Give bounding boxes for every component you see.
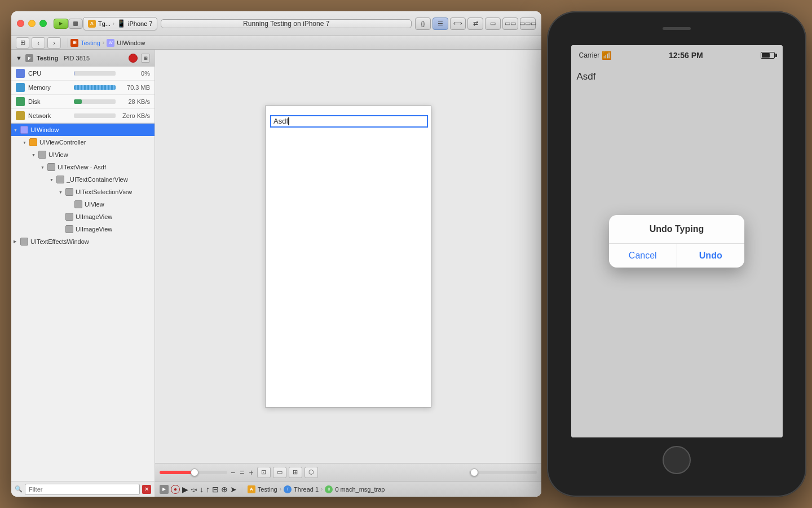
device-name: iPhone 7 xyxy=(128,20,152,27)
breadcrumb-view[interactable]: UIWindow xyxy=(117,40,145,46)
cpu-bar-fill xyxy=(74,71,74,76)
play-debug-btn[interactable]: ▶ xyxy=(182,485,188,494)
grid-tool-btn[interactable]: ⊞ xyxy=(289,467,302,478)
stop-button[interactable] xyxy=(68,19,83,29)
undo-dialog-title: Undo Typing xyxy=(609,215,744,239)
tree-item-uiwindow[interactable]: ▼ UIWindow xyxy=(11,124,155,136)
textselection-icon xyxy=(65,188,73,196)
scheme-name: Tg... xyxy=(98,20,111,27)
undo-dialog: Undo Typing Cancel Undo xyxy=(609,215,744,268)
tree-item-uitextselectionview[interactable]: ▼ UITextSelectionView xyxy=(11,186,155,198)
canvas-text-value: Asdf xyxy=(273,117,288,125)
breadcrumb-separator: › xyxy=(103,40,104,46)
select-tool-btn[interactable]: ⊡ xyxy=(257,467,271,478)
debug-view-btn[interactable]: ☰ xyxy=(433,17,448,30)
scheme-selector[interactable]: A Tg... › 📱 iPhone 7 xyxy=(83,17,157,30)
layout-3-btn[interactable]: ▭▭▭ xyxy=(520,17,536,30)
filter-clear-button[interactable]: ✕ xyxy=(142,485,151,494)
thread-btn[interactable]: ⊕ xyxy=(221,485,228,494)
filter-input[interactable] xyxy=(25,484,140,495)
cpu-value: 0% xyxy=(119,70,150,77)
iphone-screen: Carrier 📶 12:56 PM Asdf Undo Typing Canc… xyxy=(571,45,783,437)
process-icon: P xyxy=(25,54,33,62)
filter-bar: 🔍 ✕ xyxy=(11,481,155,497)
simulator-canvas: Asdf xyxy=(265,106,431,408)
run-button[interactable]: ▶ xyxy=(54,19,68,29)
nav-back-btn[interactable]: ‹ xyxy=(32,37,45,49)
uiview-1-label: UIView xyxy=(48,151,68,158)
close-button[interactable] xyxy=(17,20,24,27)
tree-item-uiview-1[interactable]: ▼ UIView xyxy=(11,148,155,161)
filter-icon: 🔍 xyxy=(15,485,23,493)
view-toggle-btn[interactable]: ⊞ xyxy=(16,37,29,49)
maximize-button[interactable] xyxy=(39,20,47,27)
zoom-minus[interactable]: − xyxy=(231,468,235,477)
uiwindow-label: UIWindow xyxy=(30,126,59,133)
zoom-thumb-left[interactable] xyxy=(191,468,198,476)
back-forward-btn[interactable]: ⇄ xyxy=(467,17,483,30)
tree-item-uitexteffectswindow[interactable]: ▶ UITextEffectsWindow xyxy=(11,235,155,248)
tree-item-uiviewcontroller[interactable]: ▼ UIViewController xyxy=(11,136,155,148)
cursor-line xyxy=(288,117,289,125)
thread-label: Thread 1 xyxy=(294,486,319,493)
status-bottom: ▶ ● ▶ ⤼ ↓ ↑ ⊟ ⊕ ➤ | A Testing › T Thread… xyxy=(155,481,541,497)
zoom-slider-left[interactable] xyxy=(160,471,227,474)
breadcrumb-project[interactable]: Testing xyxy=(81,40,100,46)
center-panel: Asdf − = + ⊡ ▭ ⊞ ⬡ xyxy=(155,50,541,497)
step-over-btn[interactable]: ⤼ xyxy=(191,485,197,494)
device-icon: 📱 xyxy=(117,19,126,28)
main-content: ▼ P Testing PID 3815 ⊞ CPU 0% xyxy=(11,50,541,497)
collapse-triangle[interactable]: ▼ xyxy=(16,55,22,62)
zoom-thumb-right[interactable] xyxy=(470,468,478,476)
textselectionview-label: UITextSelectionView xyxy=(76,189,132,195)
assistant-btn[interactable]: ⟺ xyxy=(450,17,466,30)
cpu-metric: CPU 0% xyxy=(11,67,155,81)
zoom-plus[interactable]: + xyxy=(249,468,253,477)
status-sep-2: › xyxy=(321,486,323,492)
layout-2-btn[interactable]: ▭▭ xyxy=(502,17,518,30)
stop-record-button[interactable] xyxy=(129,54,138,63)
memory-bar xyxy=(74,85,116,90)
iphone-simulator: Carrier 📶 12:56 PM Asdf Undo Typing Canc… xyxy=(547,11,806,497)
tree-item-uiimageview-2[interactable]: ▶ UIImageView xyxy=(11,223,155,235)
step-out-btn[interactable]: ↑ xyxy=(206,485,210,494)
debug-area-icon: ▶ xyxy=(160,485,169,494)
speaker-grille xyxy=(663,27,691,30)
tree-item-uitextview[interactable]: ▼ UITextView - Asdf xyxy=(11,161,155,173)
minimize-button[interactable] xyxy=(28,20,36,27)
title-bar: ▶ A Tg... › 📱 iPhone 7 Running Testing o… xyxy=(11,11,541,36)
nav-forward-btn[interactable]: › xyxy=(47,37,61,49)
tree-item-uiimageview-1[interactable]: ▶ UIImageView xyxy=(11,211,155,223)
undo-button[interactable]: Undo xyxy=(677,244,745,268)
expand-triangle-5: ▼ xyxy=(50,178,56,182)
app-status-icon: A xyxy=(248,485,255,493)
texteffectswindow-label: UITextEffectsWindow xyxy=(30,238,89,245)
cancel-button[interactable]: Cancel xyxy=(609,244,677,268)
disk-bar-fill xyxy=(74,99,82,104)
package-btn[interactable]: ⬡ xyxy=(304,467,318,478)
tree-item-uiview-6[interactable]: ▶ UIView xyxy=(11,198,155,211)
zoom-equals[interactable]: = xyxy=(240,468,244,477)
app-name-status: Testing xyxy=(258,486,277,493)
uiimageview-1-icon xyxy=(65,213,73,221)
home-button[interactable] xyxy=(663,446,691,474)
tree-item-uitextcontainerview[interactable]: ▼ _UITextContainerView xyxy=(11,173,155,186)
uitextview-icon xyxy=(47,163,55,171)
expand-triangle-10: ▶ xyxy=(14,239,20,244)
uiwindow-icon: W xyxy=(107,39,114,47)
record-btn[interactable]: ● xyxy=(171,485,180,494)
code-view-btn[interactable]: {} xyxy=(415,17,431,30)
disk-icon xyxy=(16,97,25,106)
memory-label: Memory xyxy=(28,84,70,91)
zoom-slider-right[interactable] xyxy=(469,471,537,474)
memory-metric: Memory 70.3 MB xyxy=(11,81,155,95)
frame-tool-btn[interactable]: ▭ xyxy=(273,467,286,478)
uiviewcontroller-icon xyxy=(29,138,37,146)
layout-1-btn[interactable]: ▭ xyxy=(485,17,501,30)
inspect-btn[interactable]: ⊟ xyxy=(212,485,219,494)
copy-button[interactable]: ⊞ xyxy=(141,54,150,63)
disk-value: 28 KB/s xyxy=(119,98,150,105)
location-btn[interactable]: ➤ xyxy=(230,485,237,494)
run-status: Running Testing on iPhone 7 xyxy=(161,19,412,28)
step-into-btn[interactable]: ↓ xyxy=(200,485,204,494)
